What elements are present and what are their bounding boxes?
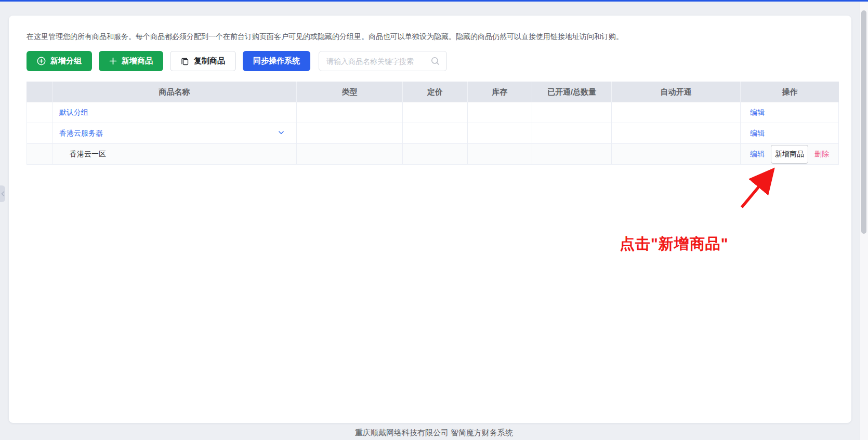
table-row: 香港云服务器 编辑: [27, 123, 839, 144]
top-accent-bar: [0, 0, 868, 2]
add-product-label: 新增商品: [122, 56, 153, 66]
subgroup-label-hk-zone1: 香港云一区: [70, 150, 106, 159]
sidebar-collapse-handle[interactable]: [0, 185, 5, 202]
footer-text: 重庆顺戴网络科技有限公司 智简魔方财务系统: [0, 428, 868, 438]
edit-link[interactable]: 编辑: [750, 150, 765, 159]
intro-text: 在这里管理您的所有商品和服务。每个商品都必须分配到一个在前台订购页面客户可见的或…: [9, 16, 851, 42]
products-table: 商品名称 类型 定价 库存 已开通/总数量 自动开通 操作 默认分组 编辑: [27, 82, 839, 165]
header-opened-total: 已开通/总数量: [532, 82, 612, 102]
annotation-text: 点击"新增商品": [620, 234, 729, 255]
group-link-default[interactable]: 默认分组: [59, 108, 88, 117]
table-row-child: 香港云一区 编辑 新增商品 删除: [27, 144, 839, 165]
plus-icon: [109, 57, 117, 65]
copy-product-button[interactable]: 复制商品: [170, 51, 236, 71]
scrollbar-thumb[interactable]: [861, 10, 866, 234]
chevron-down-icon[interactable]: [278, 129, 285, 138]
toolbar: 新增分组 新增商品 复制商品 同步操作系统: [27, 51, 447, 71]
header-price: 定价: [403, 82, 468, 102]
group-link-hk-cloud[interactable]: 香港云服务器: [59, 129, 103, 138]
header-type: 类型: [297, 82, 403, 102]
delete-link[interactable]: 删除: [814, 150, 829, 159]
copy-icon: [181, 57, 189, 65]
scrollbar-track[interactable]: [860, 2, 868, 440]
search-icon[interactable]: [431, 57, 440, 68]
sync-os-label: 同步操作系统: [253, 56, 300, 66]
search-box: [319, 51, 447, 71]
header-product-name: 商品名称: [52, 82, 297, 102]
add-group-button[interactable]: 新增分组: [27, 51, 92, 71]
products-panel: 在这里管理您的所有商品和服务。每个商品都必须分配到一个在前台订购页面客户可见的或…: [9, 16, 851, 423]
sync-os-button[interactable]: 同步操作系统: [243, 51, 310, 71]
header-auto-provision: 自动开通: [612, 82, 741, 102]
chevron-left-icon: [1, 191, 5, 196]
table-header-row: 商品名称 类型 定价 库存 已开通/总数量 自动开通 操作: [27, 82, 839, 102]
copy-product-label: 复制商品: [194, 56, 225, 66]
add-product-button[interactable]: 新增商品: [99, 51, 163, 71]
circle-plus-icon: [37, 57, 46, 65]
table-row: 默认分组 编辑: [27, 102, 839, 123]
search-input[interactable]: [319, 51, 447, 71]
add-product-row-link-highlighted[interactable]: 新增商品: [771, 145, 808, 164]
edit-link[interactable]: 编辑: [750, 108, 765, 117]
header-select: [27, 82, 52, 102]
edit-link[interactable]: 编辑: [750, 129, 765, 138]
add-group-label: 新增分组: [50, 56, 82, 66]
header-stock: 库存: [468, 82, 532, 102]
header-actions: 操作: [741, 82, 839, 102]
